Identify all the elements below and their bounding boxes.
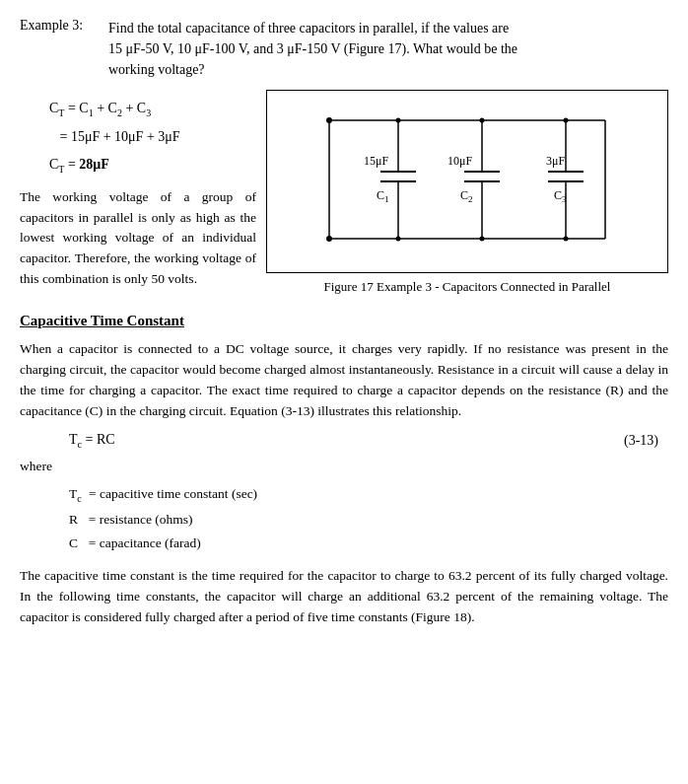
svg-point-26 [564, 118, 569, 123]
figure-area: 15μF C1 10μF C2 3μF C3 [266, 90, 668, 305]
figure-box: 15μF C1 10μF C2 3μF C3 [266, 90, 668, 273]
section-heading: Capacitive Time Constant [20, 313, 668, 329]
svg-text:3μF: 3μF [546, 154, 565, 168]
svg-point-24 [396, 118, 401, 123]
figure-caption: Figure 17 Example 3 - Capacitors Connect… [266, 279, 668, 295]
def-symbol-tc: Tc [69, 482, 82, 508]
working-voltage-text: The working voltage of a group of capaci… [20, 187, 256, 291]
svg-text:10μF: 10μF [447, 154, 472, 168]
equations-figure-row: CT = C1 + C2 + C3 = 15μF + 10μF + 3μF CT… [20, 90, 668, 305]
formula: Tc = RC [69, 432, 115, 450]
example-line1: Find the total capacitance of three capa… [108, 21, 509, 36]
equation-1: CT = C1 + C2 + C3 [20, 95, 256, 123]
svg-point-28 [480, 237, 485, 242]
example-label: Example 3: [20, 18, 99, 80]
paragraph-2: The capacitive time constant is the time… [20, 566, 668, 628]
svg-text:15μF: 15μF [364, 154, 388, 168]
svg-point-27 [396, 237, 401, 242]
def-desc-tc: = capacitive time constant (sec) [86, 482, 257, 508]
example-text: Find the total capacitance of three capa… [108, 18, 668, 80]
svg-point-29 [564, 237, 569, 242]
def-symbol-c: C [69, 532, 78, 555]
example-line3: working voltage? [108, 62, 205, 77]
formula-ref: (3-13) [624, 433, 658, 449]
def-desc-r: = resistance (ohms) [82, 508, 193, 532]
equation-2: = 15μF + 10μF + 3μF [20, 123, 256, 151]
svg-point-4 [326, 117, 332, 123]
definitions: Tc = capacitive time constant (sec) R = … [69, 482, 668, 555]
svg-point-5 [326, 236, 332, 242]
def-row-r: R = resistance (ohms) [69, 508, 668, 532]
equation-3: CT = 28μF [20, 151, 256, 179]
equations-col: CT = C1 + C2 + C3 = 15μF + 10μF + 3μF CT… [20, 90, 256, 300]
svg-text:C3: C3 [554, 188, 567, 204]
where-label: where [20, 459, 668, 474]
svg-point-25 [480, 118, 485, 123]
example-line2: 15 μF-50 V, 10 μF-100 V, and 3 μF-150 V … [108, 41, 517, 56]
circuit-diagram: 15μF C1 10μF C2 3μF C3 [275, 101, 659, 258]
def-desc-c: = capacitance (farad) [82, 532, 201, 555]
paragraph-1: When a capacitor is connected to a DC vo… [20, 339, 668, 422]
def-row-tc: Tc = capacitive time constant (sec) [69, 482, 668, 508]
svg-text:C2: C2 [460, 188, 473, 204]
svg-text:C1: C1 [377, 188, 389, 204]
def-row-c: C = capacitance (farad) [69, 532, 668, 555]
example-block: Example 3: Find the total capacitance of… [20, 18, 668, 80]
formula-row: Tc = RC (3-13) [69, 432, 668, 450]
def-symbol-r: R [69, 508, 78, 532]
